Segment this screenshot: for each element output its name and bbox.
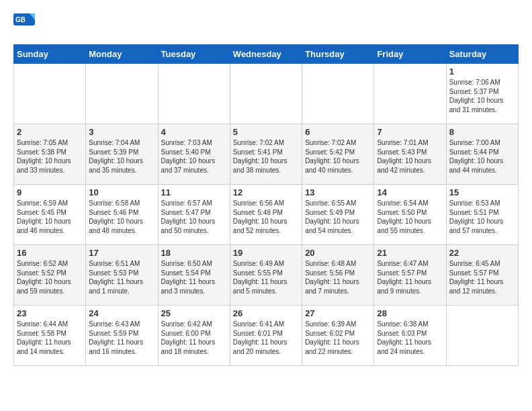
calendar-cell: 11Sunrise: 6:57 AM Sunset: 5:47 PM Dayli… — [158, 185, 230, 245]
calendar-week-4: 16Sunrise: 6:52 AM Sunset: 5:52 PM Dayli… — [14, 245, 519, 306]
calendar-cell: 15Sunrise: 6:53 AM Sunset: 5:51 PM Dayli… — [446, 185, 518, 245]
day-info: Sunrise: 7:02 AM Sunset: 5:42 PM Dayligh… — [305, 138, 371, 175]
day-info: Sunrise: 7:00 AM Sunset: 5:44 PM Dayligh… — [449, 138, 515, 175]
day-info: Sunrise: 6:39 AM Sunset: 6:02 PM Dayligh… — [305, 320, 371, 356]
day-number: 9 — [17, 187, 83, 197]
day-info: Sunrise: 7:03 AM Sunset: 5:40 PM Dayligh… — [161, 138, 227, 175]
calendar-cell: 9Sunrise: 6:59 AM Sunset: 5:45 PM Daylig… — [14, 185, 86, 245]
calendar-cell: 2Sunrise: 7:05 AM Sunset: 5:38 PM Daylig… — [14, 124, 86, 185]
col-header-friday: Friday — [374, 45, 446, 64]
col-header-wednesday: Wednesday — [230, 45, 302, 64]
col-header-tuesday: Tuesday — [158, 45, 230, 64]
calendar-cell: 26Sunrise: 6:41 AM Sunset: 6:01 PM Dayli… — [230, 306, 302, 366]
calendar-cell: 16Sunrise: 6:52 AM Sunset: 5:52 PM Dayli… — [14, 245, 86, 306]
calendar-cell: 27Sunrise: 6:39 AM Sunset: 6:02 PM Dayli… — [302, 306, 374, 366]
day-number: 3 — [89, 127, 154, 137]
day-info: Sunrise: 6:48 AM Sunset: 5:56 PM Dayligh… — [305, 259, 371, 295]
logo-icon: GB — [13, 13, 35, 38]
calendar-cell — [86, 64, 158, 124]
calendar-cell — [14, 64, 86, 124]
day-number: 16 — [17, 248, 83, 258]
calendar-cell — [230, 64, 302, 124]
calendar-cell: 6Sunrise: 7:02 AM Sunset: 5:42 PM Daylig… — [302, 124, 374, 185]
calendar-cell: 24Sunrise: 6:43 AM Sunset: 5:59 PM Dayli… — [86, 306, 158, 366]
day-info: Sunrise: 7:06 AM Sunset: 5:37 PM Dayligh… — [449, 78, 515, 114]
day-info: Sunrise: 7:01 AM Sunset: 5:43 PM Dayligh… — [377, 138, 443, 175]
day-number: 17 — [89, 248, 154, 258]
day-info: Sunrise: 7:05 AM Sunset: 5:38 PM Dayligh… — [17, 138, 83, 175]
calendar-cell: 25Sunrise: 6:42 AM Sunset: 6:00 PM Dayli… — [158, 306, 230, 366]
day-number: 10 — [89, 187, 154, 197]
day-info: Sunrise: 6:38 AM Sunset: 6:03 PM Dayligh… — [377, 320, 443, 356]
calendar-cell: 8Sunrise: 7:00 AM Sunset: 5:44 PM Daylig… — [446, 124, 518, 185]
calendar-cell: 4Sunrise: 7:03 AM Sunset: 5:40 PM Daylig… — [158, 124, 230, 185]
calendar-cell: 10Sunrise: 6:58 AM Sunset: 5:46 PM Dayli… — [86, 185, 158, 245]
day-number: 20 — [305, 248, 371, 258]
svg-text:GB: GB — [15, 16, 26, 24]
day-info: Sunrise: 6:52 AM Sunset: 5:52 PM Dayligh… — [17, 259, 83, 295]
page-header: GB — [13, 13, 519, 38]
day-number: 8 — [449, 127, 515, 137]
calendar-cell: 23Sunrise: 6:44 AM Sunset: 5:58 PM Dayli… — [14, 306, 86, 366]
calendar-cell — [158, 64, 230, 124]
day-info: Sunrise: 6:42 AM Sunset: 6:00 PM Dayligh… — [161, 320, 227, 356]
day-info: Sunrise: 6:57 AM Sunset: 5:47 PM Dayligh… — [161, 199, 227, 235]
calendar-cell: 5Sunrise: 7:02 AM Sunset: 5:41 PM Daylig… — [230, 124, 302, 185]
calendar-week-3: 9Sunrise: 6:59 AM Sunset: 5:45 PM Daylig… — [14, 185, 519, 245]
calendar-week-2: 2Sunrise: 7:05 AM Sunset: 5:38 PM Daylig… — [14, 124, 519, 185]
day-info: Sunrise: 6:47 AM Sunset: 5:57 PM Dayligh… — [377, 259, 443, 295]
day-number: 23 — [17, 308, 83, 318]
day-info: Sunrise: 6:55 AM Sunset: 5:49 PM Dayligh… — [305, 199, 371, 235]
day-number: 11 — [161, 187, 227, 197]
col-header-saturday: Saturday — [446, 45, 518, 64]
day-info: Sunrise: 6:49 AM Sunset: 5:55 PM Dayligh… — [233, 259, 299, 295]
day-number: 19 — [233, 248, 299, 258]
day-number: 6 — [305, 127, 371, 137]
day-info: Sunrise: 6:53 AM Sunset: 5:51 PM Dayligh… — [449, 199, 515, 235]
day-info: Sunrise: 7:02 AM Sunset: 5:41 PM Dayligh… — [233, 138, 299, 175]
day-number: 14 — [377, 187, 443, 197]
calendar-cell: 1Sunrise: 7:06 AM Sunset: 5:37 PM Daylig… — [446, 64, 518, 124]
calendar-cell: 7Sunrise: 7:01 AM Sunset: 5:43 PM Daylig… — [374, 124, 446, 185]
calendar-cell: 28Sunrise: 6:38 AM Sunset: 6:03 PM Dayli… — [374, 306, 446, 366]
day-number: 26 — [233, 308, 299, 318]
day-info: Sunrise: 6:43 AM Sunset: 5:59 PM Dayligh… — [89, 320, 154, 356]
day-info: Sunrise: 6:58 AM Sunset: 5:46 PM Dayligh… — [89, 199, 154, 235]
col-header-sunday: Sunday — [14, 45, 86, 64]
day-number: 15 — [449, 187, 515, 197]
day-info: Sunrise: 6:51 AM Sunset: 5:53 PM Dayligh… — [89, 259, 154, 295]
day-number: 2 — [17, 127, 83, 137]
day-number: 5 — [233, 127, 299, 137]
calendar-cell: 14Sunrise: 6:54 AM Sunset: 5:50 PM Dayli… — [374, 185, 446, 245]
calendar-table: SundayMondayTuesdayWednesdayThursdayFrid… — [13, 44, 519, 366]
calendar-cell: 13Sunrise: 6:55 AM Sunset: 5:49 PM Dayli… — [302, 185, 374, 245]
calendar-cell: 12Sunrise: 6:56 AM Sunset: 5:48 PM Dayli… — [230, 185, 302, 245]
calendar-cell: 19Sunrise: 6:49 AM Sunset: 5:55 PM Dayli… — [230, 245, 302, 306]
day-number: 21 — [377, 248, 443, 258]
day-info: Sunrise: 6:54 AM Sunset: 5:50 PM Dayligh… — [377, 199, 443, 235]
calendar-cell — [374, 64, 446, 124]
calendar-week-5: 23Sunrise: 6:44 AM Sunset: 5:58 PM Dayli… — [14, 306, 519, 366]
calendar-cell — [302, 64, 374, 124]
day-number: 25 — [161, 308, 227, 318]
calendar-cell: 22Sunrise: 6:45 AM Sunset: 5:57 PM Dayli… — [446, 245, 518, 306]
day-info: Sunrise: 6:50 AM Sunset: 5:54 PM Dayligh… — [161, 259, 227, 295]
day-number: 22 — [449, 248, 515, 258]
day-number: 7 — [377, 127, 443, 137]
day-info: Sunrise: 7:04 AM Sunset: 5:39 PM Dayligh… — [89, 138, 154, 175]
day-info: Sunrise: 6:56 AM Sunset: 5:48 PM Dayligh… — [233, 199, 299, 235]
day-number: 18 — [161, 248, 227, 258]
calendar-cell: 21Sunrise: 6:47 AM Sunset: 5:57 PM Dayli… — [374, 245, 446, 306]
col-header-thursday: Thursday — [302, 45, 374, 64]
calendar-cell: 17Sunrise: 6:51 AM Sunset: 5:53 PM Dayli… — [86, 245, 158, 306]
day-info: Sunrise: 6:44 AM Sunset: 5:58 PM Dayligh… — [17, 320, 83, 356]
calendar-cell: 18Sunrise: 6:50 AM Sunset: 5:54 PM Dayli… — [158, 245, 230, 306]
calendar-cell: 20Sunrise: 6:48 AM Sunset: 5:56 PM Dayli… — [302, 245, 374, 306]
calendar-cell — [446, 306, 518, 366]
day-info: Sunrise: 6:45 AM Sunset: 5:57 PM Dayligh… — [449, 259, 515, 295]
day-info: Sunrise: 6:59 AM Sunset: 5:45 PM Dayligh… — [17, 199, 83, 235]
day-number: 1 — [449, 66, 515, 77]
day-number: 28 — [377, 308, 443, 318]
calendar-cell: 3Sunrise: 7:04 AM Sunset: 5:39 PM Daylig… — [86, 124, 158, 185]
day-number: 12 — [233, 187, 299, 197]
